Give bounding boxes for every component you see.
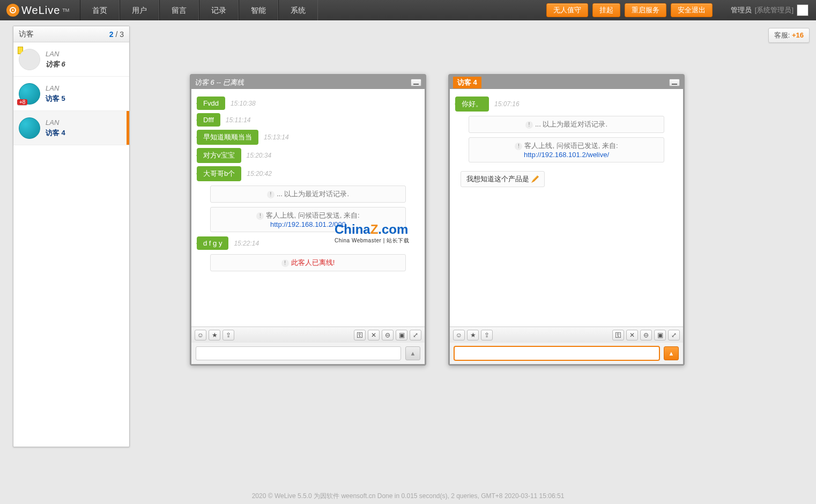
- star-icon[interactable]: ★: [209, 330, 220, 340]
- msg-bubble: 早知道顺顺当当: [197, 130, 258, 145]
- info-icon: !: [267, 191, 275, 198]
- message-input[interactable]: [454, 346, 659, 360]
- msg-time: 15:20:42: [247, 170, 272, 177]
- user-area[interactable]: 管理员 [系统管理员]: [715, 4, 812, 16]
- svg-point-1: [12, 10, 14, 11]
- chat-title: 访客 4: [453, 77, 481, 88]
- system-notice: !... 以上为最近对话记录.: [210, 186, 406, 203]
- logout-button[interactable]: 安全退出: [671, 3, 713, 17]
- visitor-item-4[interactable]: LAN 访客 4: [13, 111, 129, 145]
- upload-icon[interactable]: ⇪: [222, 330, 234, 340]
- nav-records[interactable]: 记录: [199, 0, 239, 20]
- visitor-name: 访客 5: [46, 94, 65, 103]
- visitor-lan: LAN: [46, 84, 65, 93]
- expand-icon[interactable]: ⤢: [668, 330, 680, 340]
- close-icon[interactable]: ✕: [626, 330, 638, 340]
- upload-icon[interactable]: ⇪: [481, 330, 493, 340]
- msg-time: 15:20:34: [247, 152, 272, 159]
- restart-button[interactable]: 重启服务: [625, 3, 666, 17]
- emoji-icon[interactable]: ☺: [195, 330, 206, 340]
- sidebar-title: 访客: [19, 29, 34, 39]
- nav-system[interactable]: 系统: [278, 0, 318, 20]
- chat-header[interactable]: 访客 4: [450, 76, 683, 89]
- system-notice: !此客人已离线!: [210, 254, 406, 271]
- avatar[interactable]: [797, 4, 808, 16]
- visitor-item-5[interactable]: +8 LAN 访客 5: [13, 77, 129, 111]
- typing-indicator: 我想知道这个产品是: [461, 171, 545, 187]
- service-badge[interactable]: 客服: +16: [768, 28, 810, 43]
- info-icon: !: [281, 260, 289, 267]
- visitor-avatar: [19, 117, 40, 139]
- trademark: TM: [62, 8, 69, 13]
- minimize-icon[interactable]: [411, 79, 421, 86]
- key-icon[interactable]: ⚿: [612, 330, 624, 340]
- send-button[interactable]: ▲: [405, 346, 420, 360]
- key-icon[interactable]: ⚿: [354, 330, 366, 340]
- unread-badge: +8: [17, 99, 27, 105]
- minimize-icon[interactable]: [669, 79, 680, 86]
- visitor-avatar: +8: [19, 83, 40, 105]
- info-icon: !: [256, 212, 264, 220]
- source-link[interactable]: http://192.168.101.2/welive/: [524, 151, 609, 159]
- chat-window-6: 访客 6 -- 已离线 Fvdd15:10:38 Dfff15:11:14 早知…: [190, 74, 426, 366]
- visitor-name: 访客 6: [46, 60, 65, 69]
- nav-ai[interactable]: 智能: [239, 0, 278, 20]
- chat-header[interactable]: 访客 6 -- 已离线: [191, 76, 425, 89]
- chat-title: 访客 6 -- 已离线: [195, 78, 244, 87]
- info-icon: !: [515, 143, 522, 150]
- total-count: 3: [120, 30, 124, 39]
- app-name: WeLive: [21, 4, 60, 17]
- service-count: +16: [792, 31, 804, 39]
- chat-toolbar: ☺ ★ ⇪ ⚿ ✕ ⊖ ▣ ⤢: [450, 327, 683, 343]
- info-icon: !: [525, 121, 533, 129]
- logo-icon: [6, 4, 19, 17]
- visitor-sidebar: 访客 2 / 3 LAN 访客 6 +8 LAN 访客 5 LAN 访客 4: [13, 26, 130, 447]
- ban-icon[interactable]: ⊖: [640, 330, 652, 340]
- active-count: 2: [109, 30, 114, 39]
- msg-time: 15:13:14: [264, 134, 289, 141]
- msg-time: 15:10:38: [231, 100, 256, 107]
- system-notice: !客人上线, 问候语已发送, 来自:http://192.168.101.2/w…: [469, 137, 664, 162]
- source-link[interactable]: http://192.168.101.2/000: [270, 220, 346, 228]
- system-notice: !客人上线, 问候语已发送, 来自:http://192.168.101.2/0…: [210, 207, 406, 232]
- topbar: WeLive TM 首页 用户 留言 记录 智能 系统 无人值守 挂起 重启服务…: [0, 0, 816, 20]
- visitor-avatar: [19, 49, 40, 70]
- msg-bubble: 你好。: [455, 97, 489, 112]
- msg-time: 15:07:16: [494, 100, 520, 108]
- main-nav: 首页 用户 留言 记录 智能 系统: [80, 0, 318, 20]
- close-icon[interactable]: ✕: [368, 330, 380, 340]
- video-icon[interactable]: ▣: [654, 330, 666, 340]
- star-icon[interactable]: ★: [467, 330, 479, 340]
- visitor-lan: LAN: [46, 118, 65, 128]
- service-label: 客服:: [774, 31, 790, 39]
- nav-messages[interactable]: 留言: [159, 0, 199, 20]
- ban-icon[interactable]: ⊖: [382, 330, 394, 340]
- hold-button[interactable]: 挂起: [592, 3, 620, 17]
- message-input[interactable]: [196, 346, 401, 360]
- sidebar-header: 访客 2 / 3: [13, 26, 129, 42]
- chat-body[interactable]: Fvdd15:10:38 Dfff15:11:14 早知道顺顺当当15:13:1…: [191, 89, 425, 327]
- pencil-icon: [531, 175, 539, 183]
- footer-text: 2020 © WeLive 5.5.0 为因软件 weensoft.cn Don…: [0, 492, 816, 501]
- msg-time: 15:22:14: [234, 240, 259, 247]
- visitor-name: 访客 4: [46, 128, 65, 138]
- send-button[interactable]: ▲: [664, 346, 679, 360]
- user-name: 管理员: [731, 5, 752, 15]
- video-icon[interactable]: ▣: [396, 330, 407, 340]
- msg-bubble: d f g y: [197, 236, 228, 250]
- expand-icon[interactable]: ⤢: [410, 330, 421, 340]
- auto-button[interactable]: 无人值守: [546, 3, 588, 17]
- chat-window-4: 访客 4 你好。15:07:16 !... 以上为最近对话记录. !客人上线, …: [448, 74, 685, 366]
- chat-body[interactable]: 你好。15:07:16 !... 以上为最近对话记录. !客人上线, 问候语已发…: [450, 89, 683, 327]
- emoji-icon[interactable]: ☺: [453, 330, 465, 340]
- msg-bubble: 对方v宝宝: [197, 148, 241, 163]
- logo[interactable]: WeLive TM: [4, 4, 80, 17]
- msg-bubble: Fvdd: [197, 97, 225, 110]
- chat-toolbar: ☺ ★ ⇪ ⚿ ✕ ⊖ ▣ ⤢: [191, 327, 425, 343]
- visitor-lan: LAN: [46, 49, 65, 59]
- system-notice: !... 以上为最近对话记录.: [469, 116, 664, 133]
- nav-home[interactable]: 首页: [80, 0, 120, 20]
- nav-users[interactable]: 用户: [120, 0, 159, 20]
- visitor-item-6[interactable]: LAN 访客 6: [13, 42, 129, 77]
- input-bar: ▲: [450, 343, 683, 364]
